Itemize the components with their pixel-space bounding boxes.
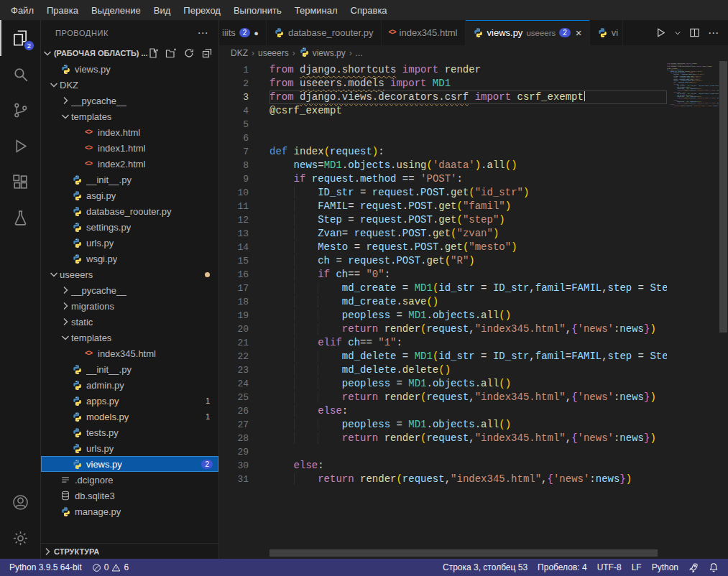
line-number[interactable]: 23 bbox=[219, 363, 264, 377]
activity-run-debug[interactable] bbox=[0, 128, 40, 164]
activity-settings[interactable] bbox=[0, 520, 40, 556]
tree-item-views.py[interactable]: views.py2 bbox=[41, 456, 218, 472]
activity-search[interactable] bbox=[0, 56, 40, 92]
tree-item-__init__.py[interactable]: __init__.py bbox=[41, 361, 218, 377]
line-number[interactable]: 6 bbox=[219, 131, 264, 145]
status-python-rocket[interactable] bbox=[683, 559, 704, 576]
code-line[interactable]: from django.views.decorators.csrf import… bbox=[269, 90, 667, 104]
tab-vi[interactable]: vi bbox=[590, 20, 623, 45]
breadcrumb-useeers[interactable]: useeers bbox=[258, 48, 289, 58]
activity-source-control[interactable] bbox=[0, 92, 40, 128]
line-number[interactable]: 29 bbox=[219, 445, 264, 459]
line-number[interactable]: 13 bbox=[219, 227, 264, 241]
code-line[interactable]: else: bbox=[269, 459, 667, 473]
horizontal-scrollbar[interactable] bbox=[269, 549, 658, 557]
tree-item-db.sqlite3[interactable]: db.sqlite3 bbox=[41, 488, 218, 503]
code-line[interactable]: return render(request,"index345.html",{'… bbox=[269, 322, 667, 336]
tab-iiits[interactable]: iiits2● bbox=[219, 20, 267, 45]
new-file-icon[interactable] bbox=[147, 47, 159, 59]
code-area[interactable]: from django.shortcuts import renderfrom … bbox=[264, 61, 667, 559]
line-number[interactable]: 5 bbox=[219, 118, 264, 131]
breadcrumb-views.py[interactable]: views.py bbox=[299, 47, 346, 60]
code-line[interactable]: @csrf_exempt bbox=[269, 104, 667, 118]
tree-item-settings.py[interactable]: settings.py bbox=[41, 219, 218, 235]
split-editor-icon[interactable] bbox=[689, 27, 700, 38]
line-number[interactable]: 2 bbox=[219, 77, 264, 90]
code-line[interactable]: from django.shortcuts import render bbox=[269, 63, 667, 77]
status-encoding[interactable]: UTF-8 bbox=[592, 559, 627, 576]
activity-extensions[interactable] bbox=[0, 164, 40, 200]
status-notifications[interactable] bbox=[704, 559, 724, 576]
code-line[interactable]: else: bbox=[269, 404, 667, 418]
tree-item-__pycache__[interactable]: __pycache__ bbox=[41, 93, 218, 108]
line-number[interactable]: 22 bbox=[219, 350, 264, 363]
line-number[interactable]: 21 bbox=[219, 336, 264, 350]
code-line[interactable] bbox=[269, 118, 667, 131]
line-number[interactable]: 26 bbox=[219, 404, 264, 418]
code-line[interactable]: md_create.save() bbox=[269, 295, 667, 309]
activity-testing[interactable] bbox=[0, 200, 40, 236]
editor[interactable]: 1234567891011121314151617181920212223242… bbox=[219, 61, 728, 559]
code-line[interactable]: FAMIL= request.POST.get("famil") bbox=[269, 200, 667, 213]
code-line[interactable] bbox=[269, 445, 667, 459]
code-line[interactable]: return render(request,"index345.html",{'… bbox=[269, 473, 667, 486]
tree-item-index.html[interactable]: <>index.html bbox=[41, 124, 218, 140]
tab-index345.html[interactable]: <>index345.html bbox=[382, 20, 466, 45]
activity-account[interactable] bbox=[0, 484, 40, 520]
vertical-scrollbar[interactable] bbox=[719, 61, 728, 559]
tree-item-index345.html[interactable]: <>index345.html bbox=[41, 345, 218, 361]
horizontal-scrollbar-thumb[interactable] bbox=[269, 549, 658, 557]
tree-item-.dcignore[interactable]: .dcignore bbox=[41, 472, 218, 488]
tree-item-urls.py[interactable]: urls.py bbox=[41, 440, 218, 456]
status-python-interpreter[interactable]: Python 3.9.5 64-bit bbox=[4, 559, 87, 576]
menu-edit[interactable]: Правка bbox=[40, 2, 85, 19]
unsaved-dot-icon[interactable]: ● bbox=[254, 29, 259, 37]
status-eol[interactable]: LF bbox=[627, 559, 647, 576]
tree-item-index1.html[interactable]: <>index1.html bbox=[41, 140, 218, 156]
code-line[interactable]: return render(request,"index345.html",{'… bbox=[269, 432, 667, 445]
new-folder-icon[interactable] bbox=[165, 47, 177, 59]
more-actions-icon[interactable]: ⋯ bbox=[197, 27, 208, 40]
code-line[interactable]: elif ch== "1": bbox=[269, 336, 667, 350]
chevron-down-small-icon[interactable] bbox=[674, 29, 681, 37]
line-number[interactable]: 1 bbox=[219, 63, 264, 77]
code-line[interactable]: news=MD1.objects.using('daata').all() bbox=[269, 159, 667, 172]
tree-item-__pycache__[interactable]: __pycache__ bbox=[41, 282, 218, 298]
line-number[interactable]: 19 bbox=[219, 309, 264, 322]
menu-selection[interactable]: Выделение bbox=[85, 2, 147, 19]
tree-item-database_roouter.py[interactable]: database_roouter.py bbox=[41, 203, 218, 219]
line-number[interactable]: 18 bbox=[219, 295, 264, 309]
vertical-scrollbar-thumb[interactable] bbox=[719, 61, 727, 333]
line-number[interactable]: 8 bbox=[219, 159, 264, 172]
status-indentation[interactable]: Пробелов: 4 bbox=[533, 559, 592, 576]
code-line[interactable]: if ch== "0": bbox=[269, 268, 667, 282]
line-number[interactable]: 15 bbox=[219, 254, 264, 268]
tree-item-wsgi.py[interactable]: wsgi.py bbox=[41, 251, 218, 266]
menu-view[interactable]: Вид bbox=[147, 2, 178, 19]
tree-item-models.py[interactable]: models.py1 bbox=[41, 409, 218, 424]
close-icon[interactable]: × bbox=[576, 27, 582, 38]
line-number[interactable]: 4 bbox=[219, 104, 264, 118]
breadcrumb-DKZ[interactable]: DKZ bbox=[231, 48, 248, 58]
status-language-mode[interactable]: Python bbox=[647, 559, 683, 576]
tab-database_roouter.py[interactable]: database_roouter.py bbox=[267, 20, 382, 45]
status-problems[interactable]: 06 bbox=[87, 559, 134, 576]
line-number[interactable]: 24 bbox=[219, 377, 264, 391]
menu-terminal[interactable]: Терминал bbox=[288, 2, 344, 19]
menu-help[interactable]: Справка bbox=[344, 2, 394, 19]
collapse-icon[interactable] bbox=[201, 47, 213, 59]
line-number[interactable]: 31 bbox=[219, 473, 264, 486]
code-line[interactable]: ch = request.POST.get("R") bbox=[269, 254, 667, 268]
line-number[interactable]: 7 bbox=[219, 145, 264, 159]
line-number[interactable]: 27 bbox=[219, 418, 264, 432]
code-line[interactable]: md_create = MD1(id_str = ID_str,famil=FA… bbox=[269, 282, 667, 295]
tree-item-apps.py[interactable]: apps.py1 bbox=[41, 393, 218, 409]
run-icon[interactable] bbox=[655, 27, 666, 38]
tree-item-static[interactable]: static bbox=[41, 314, 218, 330]
menu-go[interactable]: Переход bbox=[177, 2, 227, 19]
code-line[interactable]: peopless = MD1.objects.all() bbox=[269, 309, 667, 322]
line-number[interactable]: 16 bbox=[219, 268, 264, 282]
code-line[interactable]: md_delete.delete() bbox=[269, 363, 667, 377]
code-line[interactable]: peopless = MD1.objects.all() bbox=[269, 377, 667, 391]
code-line[interactable] bbox=[269, 131, 667, 145]
